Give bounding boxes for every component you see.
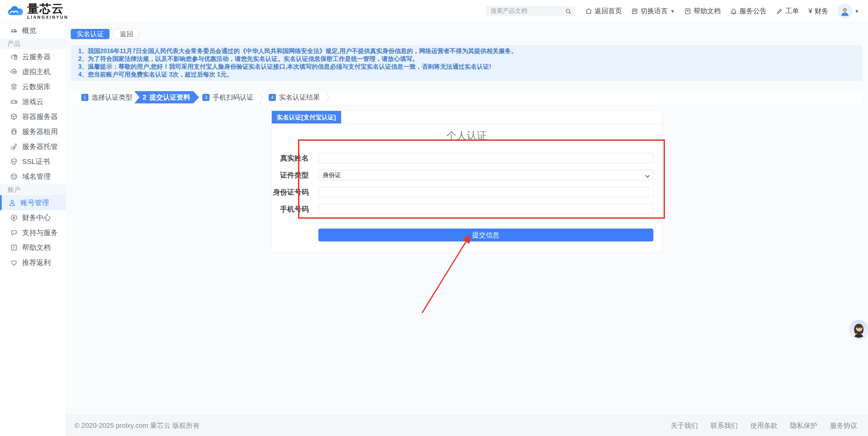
auth-form: 真实姓名 证件类型 身份证 身份证号码 [272, 153, 662, 241]
chevron-separator-icon [325, 91, 330, 103]
id-number-label: 身份证号码 [272, 187, 318, 197]
top-header: 量芯云 LIANGXINYUN 返回首页 切换语言 ▼ 帮助文档 [0, 0, 868, 22]
svg-text:SSL: SSL [12, 161, 16, 163]
brand-name: 量芯云 [27, 3, 68, 14]
step-3-scan-qr[interactable]: 3 手机扫码认证 [198, 91, 258, 103]
database-icon [10, 83, 18, 90]
finance-yen-icon [10, 214, 18, 221]
chevron-separator-icon [259, 91, 263, 103]
language-icon [631, 8, 638, 15]
home-icon [585, 8, 592, 15]
brand-logo: 量芯云 LIANGXINYUN [7, 3, 68, 19]
auth-card: 实名认证[支付宝认证] 个人认证 真实姓名 证件类型 身份证 [271, 111, 662, 252]
footer-link-contact[interactable]: 联系我们 [711, 421, 738, 430]
chevron-down-icon: ▼ [854, 9, 859, 14]
nav-tickets[interactable]: 工单 [776, 6, 799, 16]
chevron-down-icon [645, 173, 649, 178]
main-content: 实名认证 返回 1、我国2016年11月7日全国人民代表大会常务委员会通过的《中… [66, 22, 868, 415]
sidebar-item-cloud-server[interactable]: 云服务器 [0, 49, 66, 64]
sidebar-section-account: 账户 [0, 184, 66, 195]
pencil-icon [776, 8, 783, 15]
real-name-input[interactable] [318, 153, 653, 163]
search-input[interactable] [486, 6, 575, 16]
back-button[interactable]: 返回 [114, 29, 139, 39]
notice-line: 2、为了符合国家法律法规，以及不影响您参与优惠活动，请您先实名认证。实名认证信息… [78, 55, 855, 63]
svg-text:www: www [12, 177, 16, 179]
search-box [486, 6, 575, 16]
nav-finance[interactable]: ¥ 财务 [808, 6, 828, 16]
real-name-label: 真实姓名 [272, 153, 318, 163]
heart-icon [10, 259, 18, 266]
nav-announcements[interactable]: 服务公告 [730, 6, 767, 16]
sidebar-item-finance-center[interactable]: 财务中心 [0, 210, 66, 225]
footer-link-terms[interactable]: 使用条款 [750, 421, 778, 430]
sidebar-item-server-hosting[interactable]: 服务器托管 [0, 139, 66, 154]
sidebar-item-account-management[interactable]: 账号管理 [0, 195, 66, 210]
step-4-result[interactable]: 4 实名认证结果 [264, 91, 324, 103]
notice-line: 3、温馨提示：尊敬的用户,您好！我司采用支付宝人脸身份验证实名认证接口,本次填写… [78, 63, 855, 71]
sidebar-item-ssl-cert[interactable]: SSL SSL证书 [0, 154, 66, 169]
notice-line: 4、您当前账户可用免费实名认证 3次，超过后每次 1元。 [78, 71, 855, 79]
copyright-text: © 2020-2025 prolxy.com 量芯云 版权所有 [74, 421, 200, 430]
sidebar-item-domain[interactable]: www 域名管理 [0, 169, 66, 184]
search-icon[interactable] [565, 8, 572, 15]
chat-bubble-icon [10, 229, 18, 236]
id-type-label: 证件类型 [272, 170, 318, 180]
footer-link-privacy[interactable]: 隐私保护 [790, 421, 817, 430]
docs-icon [684, 8, 691, 15]
sidebar-item-virtual-host[interactable]: 虚拟主机 [0, 64, 66, 79]
sidebar-item-cloud-database[interactable]: 云数据库 [0, 79, 66, 94]
hosting-icon [10, 143, 18, 150]
help-doc-icon [10, 244, 18, 251]
tab-alipay-auth[interactable]: 实名认证[支付宝认证] [272, 111, 341, 123]
step-indicator: 1 选择认证类型 2 提交认证资料 3 手机扫码认证 4 实名认证结果 [71, 91, 863, 103]
sidebar-item-help-docs[interactable]: 帮助文档 [0, 240, 66, 255]
step-1-select-type[interactable]: 1 选择认证类型 [77, 91, 137, 103]
sidebar-item-overview[interactable]: 概览 [0, 23, 66, 38]
user-menu[interactable]: ▼ [838, 4, 859, 18]
phone-label: 手机号码 [272, 204, 318, 214]
realname-auth-button[interactable]: 实名认证 [71, 29, 110, 39]
yen-icon: ¥ [808, 7, 812, 15]
virtual-host-icon [10, 68, 18, 76]
sidebar-item-game-cloud[interactable]: 游戏云 [0, 94, 66, 109]
sidebar: 概览 产品 云服务器 虚拟主机 云数据库 游戏云 容器服务器 服务器租用 [0, 22, 66, 436]
cloud-server-icon [10, 53, 18, 61]
footer-link-agreement[interactable]: 服务协议 [830, 421, 857, 430]
chevron-down-icon: ▼ [670, 9, 675, 14]
sidebar-section-products: 产品 [0, 38, 66, 49]
sidebar-item-server-rental[interactable]: 服务器租用 [0, 124, 66, 139]
id-number-input[interactable] [318, 187, 653, 197]
footer: © 2020-2025 prolxy.com 量芯云 版权所有 关于我们 联系我… [66, 415, 868, 436]
dashboard-icon [10, 27, 18, 34]
customer-service-avatar[interactable] [850, 320, 868, 338]
sidebar-item-container-server[interactable]: 容器服务器 [0, 109, 66, 124]
domain-globe-icon: www [10, 173, 18, 180]
sidebar-item-support[interactable]: 支持与服务 [0, 225, 66, 240]
nav-help-docs[interactable]: 帮助文档 [684, 6, 721, 16]
avatar [838, 4, 852, 18]
red-arrow-annotation [418, 233, 478, 318]
card-title: 个人认证 [272, 129, 662, 143]
footer-link-about[interactable]: 关于我们 [671, 421, 698, 430]
submit-info-button[interactable]: 提交信息 [318, 229, 653, 241]
container-icon [10, 113, 18, 120]
step-2-submit-info[interactable]: 2 提交认证资料 [134, 91, 199, 103]
cloud-logo-icon [7, 5, 24, 18]
game-icon [10, 98, 18, 105]
phone-input[interactable] [318, 204, 653, 214]
id-type-select[interactable]: 身份证 [318, 170, 653, 180]
notice-panel: 1、我国2016年11月7日全国人民代表大会常务委员会通过的《中华人民共和国网络… [71, 45, 863, 81]
brand-subtitle: LIANGXINYUN [27, 15, 68, 19]
sidebar-item-referral[interactable]: 推荐返利 [0, 255, 66, 270]
nav-home[interactable]: 返回首页 [585, 6, 622, 16]
notice-line: 1、我国2016年11月7日全国人民代表大会常务委员会通过的《中华人民共和国网络… [78, 47, 855, 55]
user-icon [9, 199, 16, 206]
server-rental-icon [10, 128, 18, 135]
ssl-shield-icon: SSL [10, 158, 18, 165]
bell-icon [730, 8, 737, 15]
nav-language[interactable]: 切换语言 ▼ [631, 6, 675, 16]
